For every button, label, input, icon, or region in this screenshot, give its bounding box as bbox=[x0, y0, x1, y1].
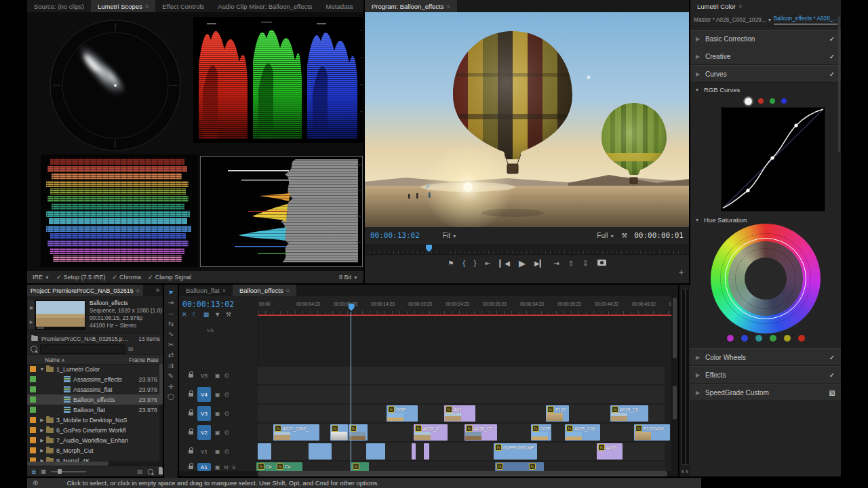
preview-thumbnail[interactable] bbox=[35, 300, 85, 330]
preview-play-icon[interactable]: ▶ bbox=[30, 319, 33, 324]
chevron-right-icon[interactable]: ▶ bbox=[690, 54, 705, 60]
timeline-clip[interactable]: fx bbox=[330, 424, 348, 441]
list-view-icon[interactable]: ≣ bbox=[31, 468, 37, 475]
white-channel-dot[interactable] bbox=[745, 98, 752, 105]
tab-effect-controls[interactable]: Effect Controls bbox=[155, 0, 211, 12]
sync-lock-icon[interactable]: ▣ bbox=[215, 373, 220, 379]
timeline-clip[interactable] bbox=[258, 443, 271, 460]
chevron-right-icon[interactable]: ▶ bbox=[690, 372, 705, 378]
list-item-3-mobile-to-desktop-nos[interactable]: ▶3_Mobile to Desktop_NoS bbox=[27, 415, 163, 425]
label-color-chip[interactable] bbox=[30, 386, 36, 392]
program-timecode[interactable]: 00:00:13:02 bbox=[370, 231, 420, 240]
panel-menu-icon[interactable]: ≡ bbox=[136, 287, 140, 294]
track-header-v6[interactable]: V6 bbox=[179, 326, 258, 335]
rgb-curve-editor[interactable] bbox=[721, 107, 825, 211]
timeline-clip[interactable] bbox=[412, 443, 416, 460]
panel-menu-icon[interactable]: ≡ bbox=[286, 287, 290, 294]
timeline-clip-gop[interactable]: fxGOP bbox=[531, 424, 551, 441]
label-color-chip[interactable] bbox=[30, 437, 36, 443]
timeline-clip[interactable] bbox=[424, 443, 429, 460]
chevron-right-icon[interactable]: ▶ bbox=[690, 390, 705, 396]
track-lock-icon[interactable] bbox=[189, 431, 193, 434]
disclosure-triangle[interactable]: ▶ bbox=[38, 428, 46, 433]
rate-stretch-tool[interactable]: ∿ bbox=[168, 331, 174, 338]
close-icon[interactable]: × bbox=[222, 287, 226, 294]
mark-in-button[interactable]: { bbox=[461, 260, 466, 267]
automate-to-sequence-icon[interactable]: ▤ bbox=[137, 468, 142, 474]
track-visibility-eye-icon[interactable]: ⊙ bbox=[224, 391, 230, 398]
scope-option-clamp-signal[interactable]: ✓Clamp Signal bbox=[148, 274, 191, 281]
sequence-tab-balloon_flat[interactable]: Balloon_flat× bbox=[179, 285, 233, 296]
section-toggle-icon[interactable]: ▧ bbox=[823, 389, 841, 396]
label-color-chip[interactable] bbox=[30, 447, 36, 453]
section-creative[interactable]: ▶Creative✓ bbox=[690, 47, 841, 65]
section-color-wheels[interactable]: ▶Color Wheels✓ bbox=[690, 348, 841, 366]
selection-tool[interactable]: ➤ bbox=[167, 288, 175, 296]
program-settings-wrench-icon[interactable]: ⚒ bbox=[621, 232, 627, 239]
tab-audio-clip-mixer-balloon-effects[interactable]: Audio Clip Mixer: Balloon_effects bbox=[211, 0, 319, 12]
timeline-clip-a01[interactable]: fxA01 bbox=[444, 405, 475, 422]
timeline-clip[interactable]: fx bbox=[351, 462, 369, 472]
disclosure-triangle[interactable]: ▶ bbox=[38, 448, 46, 453]
section-basic-correction[interactable]: ▶Basic Correction✓ bbox=[690, 30, 841, 47]
add-marker-button[interactable]: ⚑ bbox=[447, 260, 456, 267]
label-color-chip[interactable] bbox=[30, 396, 36, 403]
track-target-toggle[interactable]: V1 bbox=[197, 444, 211, 459]
panel-menu-icon[interactable]: ≡ bbox=[447, 3, 450, 9]
list-item-balloon-effects[interactable]: Balloon_effects23.976 bbox=[27, 394, 163, 405]
track-header-v1[interactable]: V1▣⊙ bbox=[179, 443, 258, 460]
track-lock-icon[interactable] bbox=[189, 412, 193, 415]
panel-menu-icon[interactable]: ≡ bbox=[145, 3, 149, 9]
bit-depth-dropdown[interactable]: 8 Bit▼ bbox=[339, 274, 358, 281]
timeline-clip[interactable]: fx bbox=[495, 462, 528, 472]
step-back-button[interactable]: ▎◀ bbox=[498, 260, 511, 267]
hue-swatch[interactable] bbox=[770, 335, 776, 342]
program-tab[interactable]: Program: Balloon_effects ≡ bbox=[365, 0, 457, 12]
label-color-chip[interactable] bbox=[30, 376, 36, 382]
playback-resolution-dropdown[interactable]: Full ▼ bbox=[597, 232, 614, 239]
master-clip-selector[interactable]: Master * A028_C002_1029... bbox=[694, 16, 766, 23]
chevron-right-icon[interactable]: ▶ bbox=[690, 71, 705, 77]
track-header-v3[interactable]: V3▣⊙ bbox=[179, 405, 258, 422]
curve-control-point[interactable] bbox=[770, 156, 774, 159]
project-file-name[interactable]: PremiereProCC_NAB_032615.prproj bbox=[41, 336, 128, 342]
sync-lock-icon[interactable]: ▣ bbox=[215, 449, 220, 455]
red-channel-dot[interactable] bbox=[758, 98, 764, 104]
export-frame-button[interactable] bbox=[596, 260, 608, 267]
label-color-chip[interactable] bbox=[30, 366, 36, 372]
hue-saturation-wheel[interactable] bbox=[711, 224, 821, 333]
disclosure-triangle[interactable]: ▶ bbox=[38, 418, 46, 423]
list-item-8-morph-cut[interactable]: ▶8_Morph_Cut bbox=[27, 445, 163, 455]
zoom-tool[interactable]: ◯ bbox=[167, 394, 174, 400]
mute-track-button[interactable]: M bbox=[224, 465, 229, 470]
tab-overflow-icon[interactable]: » bbox=[152, 285, 163, 296]
timeline-clip-co[interactable]: fxCo bbox=[275, 462, 302, 472]
track-lock-icon[interactable] bbox=[189, 450, 193, 453]
filter-bin-icon[interactable]: ▤ bbox=[128, 346, 134, 352]
list-item-1-lumetri-color[interactable]: ▼1_Lumetri Color bbox=[27, 364, 163, 374]
timeline-clip-a027-c002-[interactable]: fxA027_C002_ bbox=[273, 424, 319, 441]
sequence-tab-balloon_effects[interactable]: Balloon_effects≡ bbox=[233, 285, 296, 296]
extract-button[interactable]: ⇩ bbox=[581, 260, 589, 267]
find-icon[interactable] bbox=[148, 468, 154, 474]
label-color-chip[interactable] bbox=[30, 427, 36, 433]
curve-control-point[interactable] bbox=[794, 123, 797, 127]
sync-lock-icon[interactable]: ▣ bbox=[215, 430, 220, 436]
lumetri-scrollbar[interactable] bbox=[838, 16, 840, 152]
timeline-clip-a015[interactable]: fxA015 bbox=[597, 443, 623, 460]
track-header-v5[interactable]: V5▣⊙ bbox=[179, 367, 258, 384]
column-header-frame-rate[interactable]: Frame Rate bbox=[129, 357, 163, 363]
mark-out-button[interactable]: } bbox=[473, 260, 477, 267]
program-scrub-bar[interactable] bbox=[365, 244, 689, 254]
list-item-7-audio-workflow-enhan[interactable]: ▶7_Audio_Workflow_Enhan bbox=[27, 435, 163, 445]
sync-lock-icon[interactable]: ▣ bbox=[215, 411, 220, 417]
timeline-clip[interactable] bbox=[309, 443, 332, 460]
track-header-v4[interactable]: V4▣⊙ bbox=[179, 386, 258, 403]
label-color-chip[interactable] bbox=[30, 407, 36, 413]
scope-units-dropdown[interactable]: IRE▼ bbox=[33, 274, 50, 281]
pen-tool[interactable]: ✎ bbox=[168, 373, 174, 380]
list-item-balloon-flat[interactable]: Balloon_flat23.976 bbox=[27, 405, 163, 415]
track-header-v2[interactable]: V2▣⊙ bbox=[179, 424, 258, 441]
scope-option-chroma[interactable]: ✓Chroma bbox=[113, 274, 142, 281]
timeline-clip-p1020430-[interactable]: fxP1020430. bbox=[634, 424, 670, 441]
